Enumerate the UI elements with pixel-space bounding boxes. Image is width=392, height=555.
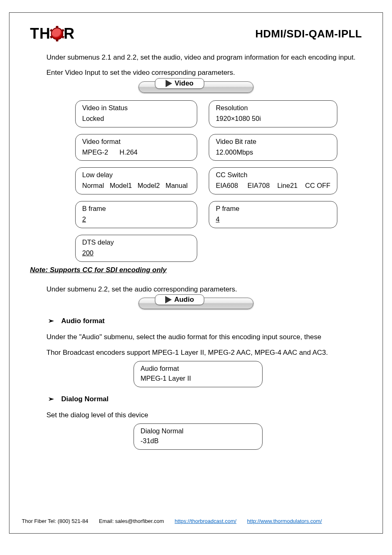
param-title: Audio format — [141, 364, 256, 374]
audio-menu-button[interactable]: Audio — [138, 298, 254, 309]
thor-logo: TH R — [30, 25, 75, 42]
param-title: Video format — [82, 137, 190, 147]
page-header: TH R HDMI/SDI-QAM-IPLL — [30, 25, 362, 42]
resolution-box[interactable]: Resolution 1920×1080 50i — [209, 100, 337, 127]
video-menu-button[interactable]: Video — [138, 81, 254, 93]
dialog-desc: Set the dialog level of this device — [46, 407, 362, 423]
cc-note: Note: Supports CC for SDI encoding only — [30, 266, 362, 274]
param-value: 200 — [82, 248, 190, 258]
chevron-icon: ➢ — [48, 317, 54, 325]
param-value: 1920×1080 50i — [216, 114, 330, 124]
heading-text: Dialog Normal — [61, 395, 108, 403]
page-footer: Thor Fiber Tel: (800) 521-84 Email: sale… — [22, 518, 362, 524]
video-menu-label: Video — [175, 79, 194, 88]
param-title: P frame — [216, 204, 330, 214]
video-in-status-box[interactable]: Video in Status Locked — [75, 100, 197, 127]
param-value: MPEG-2 H.264 — [82, 148, 190, 157]
footer-tel: Thor Fiber Tel: (800) 521-84 — [22, 518, 88, 524]
footer-email: Email: sales@thorfiber.com — [99, 518, 164, 524]
footer-link-1[interactable]: https://thorbroadcast.com/ — [175, 518, 236, 524]
param-value: Normal Model1 Model2 Manual — [82, 181, 190, 191]
footer-link-2[interactable]: http://www.thormodulators.com/ — [247, 518, 322, 524]
low-delay-box[interactable]: Low delay Normal Model1 Model2 Manual — [75, 167, 197, 194]
param-value: Locked — [82, 114, 190, 124]
audio-format-heading: ➢ Audio format — [48, 317, 362, 325]
dialog-normal-heading: ➢ Dialog Normal — [48, 395, 362, 403]
param-value: 4 — [216, 215, 330, 224]
chevron-icon: ➢ — [48, 395, 54, 403]
dialog-normal-box[interactable]: Dialog Normal -31dB — [134, 423, 263, 450]
param-value: EIA608 EIA708 Line21 CC OFF — [216, 181, 330, 191]
param-title: Dialog Normal — [141, 426, 256, 436]
video-params-grid: Video in Status Locked Resolution 1920×1… — [75, 100, 337, 262]
param-title: Video Bit rate — [216, 137, 330, 147]
play-icon — [165, 296, 172, 303]
video-bitrate-box[interactable]: Video Bit rate 12.000Mbps — [209, 134, 337, 161]
param-title: CC Switch — [216, 170, 330, 180]
p-frame-box[interactable]: P frame 4 — [209, 201, 337, 228]
param-title: Resolution — [216, 103, 330, 113]
param-title: DTS delay — [82, 238, 190, 247]
document-title: HDMI/SDI-QAM-IPLL — [255, 28, 362, 40]
audio-format-desc-2: Thor Broadcast encoders support MPEG-1 L… — [46, 345, 362, 360]
logo-text-right: R — [64, 25, 75, 42]
param-title: Low delay — [82, 170, 190, 180]
param-value: MPEG-1 Layer II — [141, 374, 256, 384]
audio-menu-label: Audio — [174, 296, 194, 304]
param-title: Video in Status — [82, 103, 190, 113]
video-format-box[interactable]: Video format MPEG-2 H.264 — [75, 134, 197, 161]
param-title: B frame — [82, 204, 190, 214]
dts-delay-box[interactable]: DTS delay 200 — [75, 235, 197, 262]
logo-text-left: TH — [30, 25, 51, 42]
param-value: 12.000Mbps — [216, 148, 330, 157]
b-frame-box[interactable]: B frame 2 — [75, 201, 197, 228]
param-value: 2 — [82, 215, 190, 224]
gear-icon — [51, 28, 63, 40]
heading-text: Audio format — [61, 317, 105, 325]
audio-format-box[interactable]: Audio format MPEG-1 Layer II — [134, 361, 263, 387]
audio-intro: Under submenu 2.2, set the audio corresp… — [46, 282, 362, 297]
audio-format-desc-1: Under the "Audio" submenu, select the au… — [46, 329, 362, 345]
intro-paragraph-1: Under submenus 2.1 and 2.2, set the audi… — [46, 50, 362, 65]
cc-switch-box[interactable]: CC Switch EIA608 EIA708 Line21 CC OFF — [209, 167, 337, 194]
intro-paragraph-2: Enter Video Input to set the video corre… — [46, 65, 362, 80]
param-value: -31dB — [141, 436, 256, 446]
play-icon — [166, 80, 172, 87]
